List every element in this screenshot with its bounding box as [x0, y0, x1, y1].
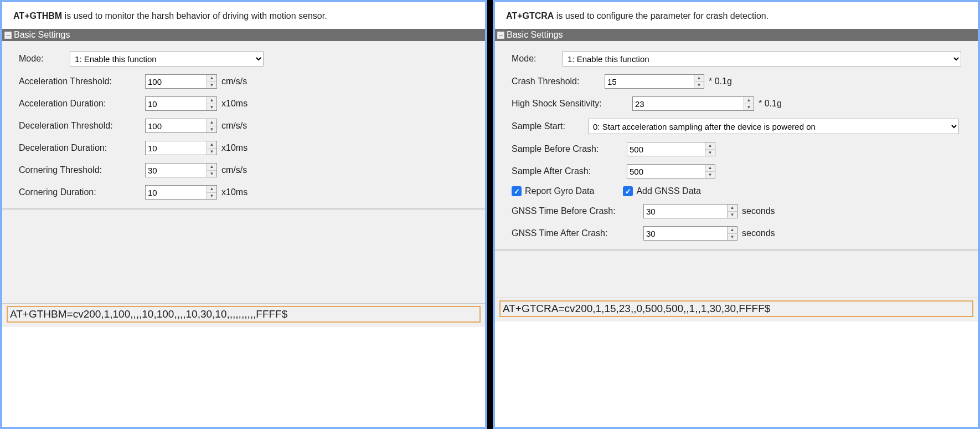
panel-gthbm: AT+GTHBM is used to monitor the harsh be…: [0, 0, 487, 429]
cmd-name: AT+GTCRA: [506, 11, 554, 21]
high-shock-label: High Shock Sensitivity:: [512, 99, 628, 109]
cmdline-wrap: AT+GTCRA=cv200,1,15,23,,0,500,500,,1,,1,…: [495, 298, 978, 321]
decel-duration-label: Deceleration Duration:: [19, 143, 141, 153]
sample-before-input[interactable]: ▲▼: [627, 142, 715, 156]
report-gyro-checkbox[interactable]: ✓ Report Gyro Data: [512, 186, 594, 196]
cmd-name: AT+GTHBM: [13, 11, 62, 21]
section-title: Basic Settings: [507, 30, 563, 40]
accel-duration-label: Acceleration Duration:: [19, 99, 141, 109]
sample-before-label: Sample Before Crash:: [512, 144, 622, 154]
collapse-icon[interactable]: –: [497, 32, 504, 39]
unit-label: cm/s/s: [221, 165, 247, 175]
sample-start-select[interactable]: 0: Start acceleration sampling after the…: [588, 119, 959, 134]
unit-label: cm/s/s: [221, 121, 247, 131]
sample-start-label: Sample Start:: [512, 121, 584, 131]
sample-after-label: Sample After Crash:: [512, 166, 622, 176]
section-title: Basic Settings: [14, 30, 70, 40]
high-shock-input[interactable]: ▲▼: [632, 96, 754, 111]
unit-label: x10ms: [221, 99, 247, 109]
panel-gtcra: AT+GTCRA is used to configure the parame…: [493, 0, 980, 429]
crash-threshold-input[interactable]: ▲▼: [605, 74, 704, 89]
crash-threshold-label: Crash Threshold:: [512, 76, 600, 86]
add-gnss-checkbox[interactable]: ✓ Add GNSS Data: [623, 186, 701, 196]
check-icon: ✓: [623, 186, 633, 196]
gnss-after-input[interactable]: ▲▼: [643, 226, 737, 241]
command-line-output: AT+GTCRA=cv200,1,15,23,,0,500,500,,1,,1,…: [499, 300, 973, 317]
accel-threshold-label: Acceleration Threshold:: [19, 76, 141, 86]
cmdline-wrap: AT+GTHBM=cv200,1,100,,,,10,100,,,,10,30,…: [2, 303, 485, 327]
gnss-after-label: GNSS Time After Crash:: [512, 228, 639, 238]
intro-text: AT+GTCRA is used to configure the parame…: [495, 2, 978, 29]
unit-label: x10ms: [221, 143, 247, 153]
unit-label: seconds: [742, 228, 775, 238]
collapse-icon[interactable]: –: [4, 32, 12, 39]
section-header-basic[interactable]: – Basic Settings: [495, 29, 978, 41]
gnss-before-input[interactable]: ▲▼: [643, 204, 737, 218]
mode-select[interactable]: 1: Enable this function: [563, 51, 961, 67]
gnss-before-label: GNSS Time Before Crash:: [512, 206, 639, 216]
unit-label: * 0.1g: [759, 99, 782, 109]
intro-text: AT+GTHBM is used to monitor the harsh be…: [2, 2, 485, 29]
mode-select[interactable]: 1: Enable this function: [70, 51, 264, 67]
unit-label: cm/s/s: [221, 76, 247, 86]
cornering-threshold-input[interactable]: ▲▼: [145, 163, 217, 177]
command-line-output: AT+GTHBM=cv200,1,100,,,,10,100,,,,10,30,…: [7, 306, 481, 323]
mode-label: Mode:: [19, 54, 65, 64]
unit-label: x10ms: [221, 187, 247, 197]
check-icon: ✓: [512, 186, 522, 196]
checkbox-label: Report Gyro Data: [525, 186, 594, 196]
cornering-duration-label: Cornering Duration:: [19, 187, 141, 197]
sample-after-input[interactable]: ▲▼: [627, 164, 715, 178]
form-body: Mode: 1: Enable this function Crash Thre…: [495, 41, 978, 250]
vertical-divider: [487, 0, 493, 429]
cornering-threshold-label: Cornering Threshold:: [19, 165, 141, 175]
section-header-basic[interactable]: – Basic Settings: [2, 29, 485, 41]
cmd-desc: is used to configure the parameter for c…: [554, 11, 768, 21]
spacer-area: [495, 250, 978, 298]
checkbox-label: Add GNSS Data: [636, 186, 701, 196]
unit-label: seconds: [742, 206, 775, 216]
accel-threshold-input[interactable]: ▲▼: [145, 74, 217, 89]
mode-label: Mode:: [512, 54, 558, 64]
spacer-area: [2, 209, 485, 303]
spin-buttons[interactable]: ▲▼: [207, 75, 216, 88]
form-body: Mode: 1: Enable this function Accelerati…: [2, 41, 485, 209]
cmd-desc: is used to monitor the harsh behavior of…: [62, 11, 327, 21]
decel-threshold-input[interactable]: ▲▼: [145, 119, 217, 133]
unit-label: * 0.1g: [709, 76, 732, 86]
decel-threshold-label: Deceleration Threshold:: [19, 121, 141, 131]
cornering-duration-input[interactable]: ▲▼: [145, 185, 217, 200]
decel-duration-input[interactable]: ▲▼: [145, 141, 217, 155]
accel-duration-input[interactable]: ▲▼: [145, 96, 217, 111]
